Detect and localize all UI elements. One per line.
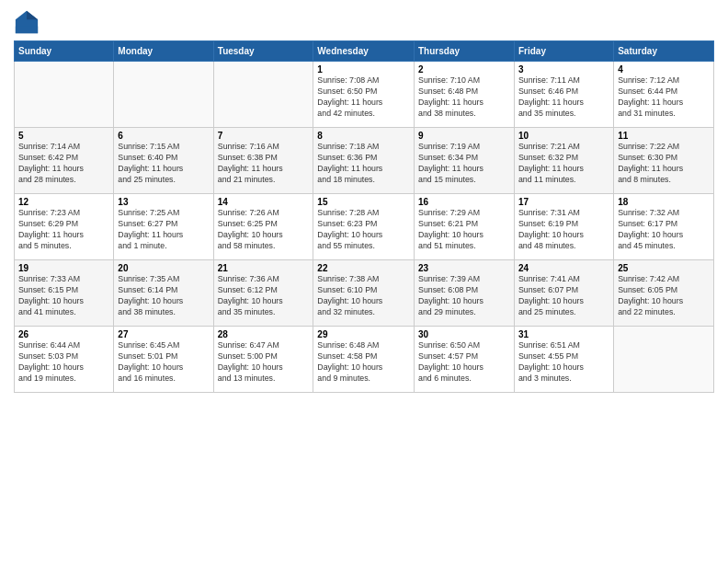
day-info: Sunrise: 7:33 AM Sunset: 6:15 PM Dayligh… <box>18 274 109 318</box>
calendar-cell: 24Sunrise: 7:41 AM Sunset: 6:07 PM Dayli… <box>514 260 613 327</box>
day-number: 10 <box>518 131 609 141</box>
calendar-cell <box>15 62 114 128</box>
day-number: 18 <box>618 197 710 207</box>
day-info: Sunrise: 7:15 AM Sunset: 6:40 PM Dayligh… <box>118 142 209 186</box>
calendar-cell: 3Sunrise: 7:11 AM Sunset: 6:46 PM Daylig… <box>514 62 613 128</box>
day-info: Sunrise: 7:19 AM Sunset: 6:34 PM Dayligh… <box>418 142 510 186</box>
calendar-cell: 28Sunrise: 6:47 AM Sunset: 5:00 PM Dayli… <box>213 327 313 393</box>
day-number: 23 <box>418 263 510 273</box>
day-info: Sunrise: 7:39 AM Sunset: 6:08 PM Dayligh… <box>418 274 510 318</box>
header <box>14 9 714 35</box>
weekday-header-tuesday: Tuesday <box>213 41 313 62</box>
day-info: Sunrise: 7:29 AM Sunset: 6:21 PM Dayligh… <box>418 208 510 252</box>
calendar-cell: 29Sunrise: 6:48 AM Sunset: 4:58 PM Dayli… <box>313 327 415 393</box>
calendar-cell: 13Sunrise: 7:25 AM Sunset: 6:27 PM Dayli… <box>114 194 213 260</box>
day-number: 21 <box>218 263 310 273</box>
day-number: 25 <box>618 263 710 273</box>
day-number: 24 <box>518 263 609 273</box>
day-number: 3 <box>518 64 609 75</box>
weekday-header-friday: Friday <box>514 41 613 62</box>
logo <box>14 9 41 35</box>
calendar-cell: 17Sunrise: 7:31 AM Sunset: 6:19 PM Dayli… <box>514 194 613 260</box>
day-info: Sunrise: 7:32 AM Sunset: 6:17 PM Dayligh… <box>618 208 710 252</box>
day-number: 6 <box>118 131 209 141</box>
calendar-cell: 19Sunrise: 7:33 AM Sunset: 6:15 PM Dayli… <box>15 260 114 327</box>
calendar-table: SundayMondayTuesdayWednesdayThursdayFrid… <box>14 40 714 393</box>
day-info: Sunrise: 7:36 AM Sunset: 6:12 PM Dayligh… <box>218 274 310 318</box>
calendar-cell: 7Sunrise: 7:16 AM Sunset: 6:38 PM Daylig… <box>213 128 313 194</box>
day-number: 9 <box>418 131 510 141</box>
day-info: Sunrise: 7:41 AM Sunset: 6:07 PM Dayligh… <box>518 274 609 318</box>
calendar-cell: 30Sunrise: 6:50 AM Sunset: 4:57 PM Dayli… <box>415 327 515 393</box>
calendar-week-3: 12Sunrise: 7:23 AM Sunset: 6:29 PM Dayli… <box>15 194 714 260</box>
day-number: 17 <box>518 197 609 207</box>
calendar-cell <box>114 62 213 128</box>
day-number: 22 <box>317 263 410 273</box>
day-info: Sunrise: 7:14 AM Sunset: 6:42 PM Dayligh… <box>18 142 109 186</box>
calendar-cell <box>213 62 313 128</box>
day-info: Sunrise: 7:18 AM Sunset: 6:36 PM Dayligh… <box>317 142 410 186</box>
calendar-cell: 12Sunrise: 7:23 AM Sunset: 6:29 PM Dayli… <box>15 194 114 260</box>
day-info: Sunrise: 7:25 AM Sunset: 6:27 PM Dayligh… <box>118 208 209 252</box>
day-info: Sunrise: 7:10 AM Sunset: 6:48 PM Dayligh… <box>418 75 510 120</box>
calendar-cell: 23Sunrise: 7:39 AM Sunset: 6:08 PM Dayli… <box>415 260 515 327</box>
day-info: Sunrise: 6:48 AM Sunset: 4:58 PM Dayligh… <box>317 340 410 385</box>
calendar-week-1: 1Sunrise: 7:08 AM Sunset: 6:50 PM Daylig… <box>15 62 714 128</box>
calendar-cell: 15Sunrise: 7:28 AM Sunset: 6:23 PM Dayli… <box>313 194 415 260</box>
calendar-cell: 26Sunrise: 6:44 AM Sunset: 5:03 PM Dayli… <box>15 327 114 393</box>
day-info: Sunrise: 7:23 AM Sunset: 6:29 PM Dayligh… <box>18 208 109 252</box>
day-number: 30 <box>418 329 510 339</box>
calendar-week-4: 19Sunrise: 7:33 AM Sunset: 6:15 PM Dayli… <box>15 260 714 327</box>
day-info: Sunrise: 7:38 AM Sunset: 6:10 PM Dayligh… <box>317 274 410 318</box>
day-number: 11 <box>618 131 710 141</box>
day-info: Sunrise: 7:22 AM Sunset: 6:30 PM Dayligh… <box>618 142 710 186</box>
page: SundayMondayTuesdayWednesdayThursdayFrid… <box>0 0 728 563</box>
day-number: 5 <box>18 131 109 141</box>
day-info: Sunrise: 6:51 AM Sunset: 4:55 PM Dayligh… <box>518 340 609 385</box>
calendar-cell: 9Sunrise: 7:19 AM Sunset: 6:34 PM Daylig… <box>415 128 515 194</box>
day-number: 27 <box>118 329 209 339</box>
day-info: Sunrise: 6:47 AM Sunset: 5:00 PM Dayligh… <box>218 340 310 385</box>
day-number: 19 <box>18 263 109 273</box>
calendar-cell: 22Sunrise: 7:38 AM Sunset: 6:10 PM Dayli… <box>313 260 415 327</box>
day-info: Sunrise: 7:35 AM Sunset: 6:14 PM Dayligh… <box>118 274 209 318</box>
day-number: 8 <box>317 131 410 141</box>
svg-rect-2 <box>16 27 38 33</box>
day-number: 13 <box>118 197 209 207</box>
calendar-cell: 6Sunrise: 7:15 AM Sunset: 6:40 PM Daylig… <box>114 128 213 194</box>
day-number: 1 <box>317 64 410 75</box>
calendar-cell: 21Sunrise: 7:36 AM Sunset: 6:12 PM Dayli… <box>213 260 313 327</box>
day-info: Sunrise: 7:08 AM Sunset: 6:50 PM Dayligh… <box>317 75 410 120</box>
calendar-body: 1Sunrise: 7:08 AM Sunset: 6:50 PM Daylig… <box>15 62 714 393</box>
calendar-cell: 8Sunrise: 7:18 AM Sunset: 6:36 PM Daylig… <box>313 128 415 194</box>
calendar-cell: 16Sunrise: 7:29 AM Sunset: 6:21 PM Dayli… <box>415 194 515 260</box>
day-info: Sunrise: 7:11 AM Sunset: 6:46 PM Dayligh… <box>518 75 609 120</box>
calendar-cell: 18Sunrise: 7:32 AM Sunset: 6:17 PM Dayli… <box>614 194 714 260</box>
calendar-cell: 5Sunrise: 7:14 AM Sunset: 6:42 PM Daylig… <box>15 128 114 194</box>
calendar-cell: 27Sunrise: 6:45 AM Sunset: 5:01 PM Dayli… <box>114 327 213 393</box>
calendar-week-5: 26Sunrise: 6:44 AM Sunset: 5:03 PM Dayli… <box>15 327 714 393</box>
day-number: 20 <box>118 263 209 273</box>
weekday-header-row: SundayMondayTuesdayWednesdayThursdayFrid… <box>15 41 714 62</box>
day-number: 2 <box>418 64 510 75</box>
weekday-header-monday: Monday <box>114 41 213 62</box>
calendar-cell <box>614 327 714 393</box>
calendar-cell: 11Sunrise: 7:22 AM Sunset: 6:30 PM Dayli… <box>614 128 714 194</box>
day-number: 7 <box>218 131 310 141</box>
day-info: Sunrise: 7:42 AM Sunset: 6:05 PM Dayligh… <box>618 274 710 318</box>
day-info: Sunrise: 7:12 AM Sunset: 6:44 PM Dayligh… <box>618 75 710 120</box>
day-number: 29 <box>317 329 410 339</box>
day-number: 16 <box>418 197 510 207</box>
calendar-cell: 14Sunrise: 7:26 AM Sunset: 6:25 PM Dayli… <box>213 194 313 260</box>
weekday-header-sunday: Sunday <box>15 41 114 62</box>
calendar-cell: 4Sunrise: 7:12 AM Sunset: 6:44 PM Daylig… <box>614 62 714 128</box>
day-number: 28 <box>218 329 310 339</box>
weekday-header-wednesday: Wednesday <box>313 41 415 62</box>
calendar-cell: 31Sunrise: 6:51 AM Sunset: 4:55 PM Dayli… <box>514 327 613 393</box>
calendar-cell: 1Sunrise: 7:08 AM Sunset: 6:50 PM Daylig… <box>313 62 415 128</box>
svg-marker-1 <box>27 11 38 19</box>
calendar-week-2: 5Sunrise: 7:14 AM Sunset: 6:42 PM Daylig… <box>15 128 714 194</box>
day-number: 12 <box>18 197 109 207</box>
day-info: Sunrise: 6:50 AM Sunset: 4:57 PM Dayligh… <box>418 340 510 385</box>
calendar-cell: 2Sunrise: 7:10 AM Sunset: 6:48 PM Daylig… <box>415 62 515 128</box>
